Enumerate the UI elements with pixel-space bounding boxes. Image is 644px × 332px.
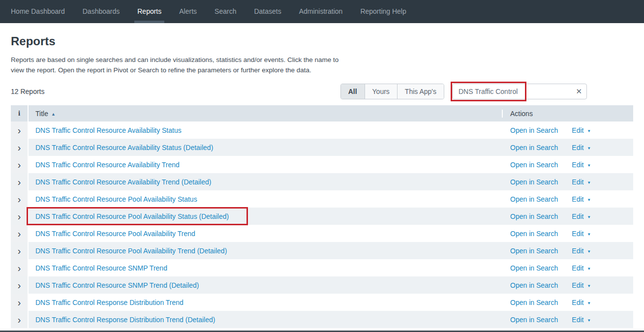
page-content: Reports Reports are based on single sear… — [0, 34, 644, 332]
page-description-line2: view the report. Open the report in Pivo… — [11, 65, 633, 75]
row-expander[interactable]: › — [11, 259, 29, 276]
table-row: › DNS Traffic Control Resource Pool Avai… — [11, 190, 633, 208]
row-expander[interactable]: › — [11, 121, 29, 139]
filter-yours-button[interactable]: Yours — [365, 84, 398, 99]
report-actions-cell: Open in Search Edit ▼ — [502, 212, 633, 220]
report-title-cell: DNS Traffic Control Response Distributio… — [29, 316, 502, 324]
report-title-link[interactable]: DNS Traffic Control Resource Availabilit… — [35, 126, 182, 134]
filter-this-apps-button[interactable]: This App's — [398, 84, 444, 99]
open-in-search-link[interactable]: Open in Search — [510, 281, 558, 289]
row-expander[interactable]: › — [11, 190, 29, 208]
report-title-link[interactable]: DNS Traffic Control Resource SNMP Trend … — [35, 281, 199, 289]
report-title-cell: DNS Traffic Control Resource Availabilit… — [29, 178, 502, 186]
search-input[interactable] — [452, 84, 587, 99]
reports-table: i Title▲ Actions › DNS Traffic Control R… — [11, 105, 633, 328]
open-in-search-link[interactable]: Open in Search — [510, 230, 558, 238]
row-expander[interactable]: › — [11, 208, 29, 225]
chevron-right-icon: › — [18, 246, 21, 256]
edit-dropdown[interactable]: Edit ▼ — [572, 281, 591, 289]
caret-down-icon: ▼ — [587, 181, 591, 185]
open-in-search-link[interactable]: Open in Search — [510, 316, 558, 324]
open-in-search-link[interactable]: Open in Search — [510, 144, 558, 151]
edit-dropdown[interactable]: Edit ▼ — [572, 144, 591, 151]
edit-dropdown[interactable]: Edit ▼ — [572, 212, 591, 220]
filter-controls: All Yours This App's ✕ — [340, 84, 587, 99]
row-expander[interactable]: › — [11, 294, 29, 311]
edit-label: Edit — [572, 299, 585, 306]
edit-dropdown[interactable]: Edit ▼ — [572, 299, 591, 306]
title-header-label: Title — [35, 110, 48, 118]
report-rows: › DNS Traffic Control Resource Availabil… — [11, 121, 633, 328]
report-title-link[interactable]: DNS Traffic Control Resource Availabilit… — [35, 144, 213, 151]
title-column-header[interactable]: Title▲ — [29, 110, 502, 118]
edit-dropdown[interactable]: Edit ▼ — [572, 316, 591, 324]
row-expander[interactable]: › — [11, 242, 29, 259]
table-row: › DNS Traffic Control Response Distribut… — [11, 294, 633, 311]
row-expander[interactable]: › — [11, 311, 29, 328]
nav-reports[interactable]: Reports — [128, 0, 170, 23]
nav-reports-label: Reports — [137, 7, 161, 15]
open-in-search-link[interactable]: Open in Search — [510, 212, 558, 220]
report-title-cell: DNS Traffic Control Resource Pool Availa… — [29, 247, 502, 255]
nav-datasets[interactable]: Datasets — [245, 0, 290, 23]
report-actions-cell: Open in Search Edit ▼ — [502, 195, 633, 203]
report-title-cell: DNS Traffic Control Resource Availabilit… — [29, 144, 502, 151]
open-in-search-link[interactable]: Open in Search — [510, 178, 558, 186]
report-title-link[interactable]: DNS Traffic Control Resource Pool Availa… — [35, 230, 195, 238]
open-in-search-link[interactable]: Open in Search — [510, 247, 558, 255]
report-title-link[interactable]: DNS Traffic Control Response Distributio… — [35, 316, 215, 324]
report-title-link[interactable]: DNS Traffic Control Resource Availabilit… — [35, 161, 180, 169]
edit-dropdown[interactable]: Edit ▼ — [572, 161, 591, 169]
edit-dropdown[interactable]: Edit ▼ — [572, 230, 591, 238]
nav-dashboards[interactable]: Dashboards — [74, 0, 129, 23]
caret-down-icon: ▼ — [587, 232, 591, 237]
open-in-search-link[interactable]: Open in Search — [510, 126, 558, 134]
report-actions-cell: Open in Search Edit ▼ — [502, 281, 633, 289]
table-row: › DNS Traffic Control Resource Availabil… — [11, 139, 633, 156]
nav-administration[interactable]: Administration — [290, 0, 352, 23]
chevron-right-icon: › — [18, 143, 21, 152]
report-title-link[interactable]: DNS Traffic Control Resource Pool Availa… — [35, 247, 227, 255]
open-in-search-link[interactable]: Open in Search — [510, 299, 558, 306]
edit-label: Edit — [572, 264, 585, 272]
report-title-link[interactable]: DNS Traffic Control Resource SNMP Trend — [35, 264, 167, 272]
open-in-search-link[interactable]: Open in Search — [510, 264, 558, 272]
report-title-link[interactable]: DNS Traffic Control Response Distributio… — [35, 299, 184, 306]
page-title: Reports — [11, 34, 633, 48]
report-title-cell: DNS Traffic Control Resource SNMP Trend — [29, 264, 502, 272]
open-in-search-link[interactable]: Open in Search — [510, 161, 558, 169]
filter-all-button[interactable]: All — [341, 84, 365, 99]
row-expander[interactable]: › — [11, 225, 29, 242]
report-title-cell: DNS Traffic Control Resource SNMP Trend … — [29, 281, 502, 289]
report-actions-cell: Open in Search Edit ▼ — [502, 230, 633, 238]
edit-dropdown[interactable]: Edit ▼ — [572, 126, 591, 134]
row-expander[interactable]: › — [11, 173, 29, 190]
nav-alerts[interactable]: Alerts — [170, 0, 206, 23]
ownership-filter-group: All Yours This App's — [340, 84, 444, 99]
nav-reporting-help[interactable]: Reporting Help — [351, 0, 415, 23]
clear-search-icon[interactable]: ✕ — [576, 87, 582, 96]
row-expander[interactable]: › — [11, 276, 29, 294]
edit-label: Edit — [572, 247, 585, 255]
chevron-right-icon: › — [18, 229, 21, 239]
nav-search[interactable]: Search — [206, 0, 245, 23]
caret-down-icon: ▼ — [587, 163, 591, 168]
edit-dropdown[interactable]: Edit ▼ — [572, 178, 591, 186]
edit-dropdown[interactable]: Edit ▼ — [572, 195, 591, 203]
info-icon: i — [18, 109, 20, 118]
report-title-link[interactable]: DNS Traffic Control Resource Pool Availa… — [35, 195, 197, 203]
report-title-link[interactable]: DNS Traffic Control Resource Availabilit… — [35, 178, 211, 186]
table-row: › DNS Traffic Control Resource Availabil… — [11, 121, 633, 139]
edit-label: Edit — [572, 212, 585, 220]
row-expander[interactable]: › — [11, 156, 29, 173]
row-expander[interactable]: › — [11, 139, 29, 156]
open-in-search-link[interactable]: Open in Search — [510, 195, 558, 203]
actions-header-label: Actions — [510, 110, 533, 118]
edit-dropdown[interactable]: Edit ▼ — [572, 247, 591, 255]
search-field-wrapper: ✕ — [452, 84, 587, 99]
report-count: 12 Reports — [11, 88, 44, 95]
nav-home-dashboard[interactable]: Home Dashboard — [0, 0, 74, 23]
report-title-link[interactable]: DNS Traffic Control Resource Pool Availa… — [35, 212, 229, 220]
edit-dropdown[interactable]: Edit ▼ — [572, 264, 591, 272]
table-row: › DNS Traffic Control Response Distribut… — [11, 311, 633, 328]
